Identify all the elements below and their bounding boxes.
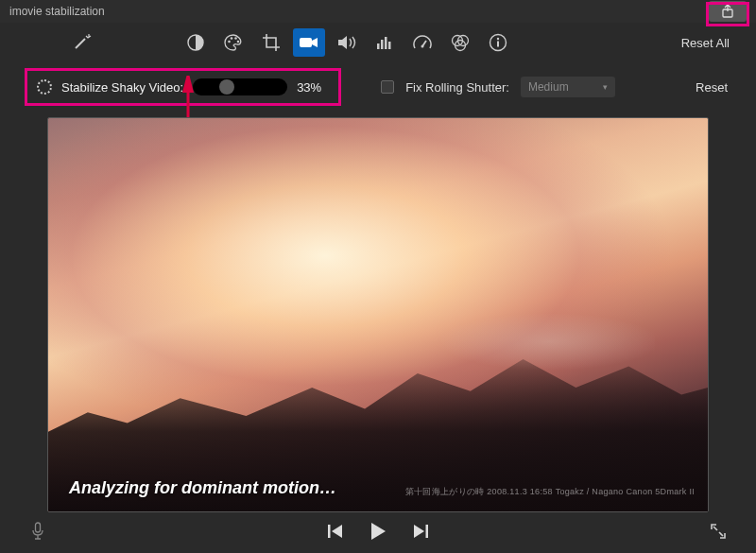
svg-rect-9	[385, 37, 387, 49]
svg-rect-6	[300, 38, 312, 47]
speed-button[interactable]	[406, 28, 438, 57]
half-circle-icon	[186, 33, 205, 52]
preview-watermark: 第十回海上がりの時 2008.11.3 16:58 Togakz / Nagan…	[405, 486, 695, 498]
microphone-icon	[30, 522, 45, 541]
svg-point-16	[497, 38, 499, 40]
video-preview[interactable]: Analyzing for dominant motion… 第十回海上がりの時…	[47, 117, 709, 512]
stabilize-slider[interactable]	[193, 78, 287, 95]
skip-back-icon	[327, 524, 344, 539]
svg-rect-19	[36, 523, 41, 532]
color-balance-button[interactable]	[180, 28, 212, 57]
fullscreen-button[interactable]	[707, 520, 730, 543]
play-button[interactable]	[369, 521, 387, 542]
crop-icon	[262, 33, 281, 52]
stabilization-controls: Stabilize Shaky Video: 33% Fix Rolling S…	[0, 62, 756, 112]
equalizer-icon	[375, 34, 394, 51]
info-button[interactable]	[482, 28, 514, 57]
annotation-stabilize-highlight: Stabilize Shaky Video: 33%	[25, 68, 341, 106]
crop-button[interactable]	[255, 28, 287, 57]
color-correction-button[interactable]	[217, 28, 249, 57]
svg-point-11	[421, 45, 424, 48]
magic-wand-icon	[72, 33, 93, 52]
svg-rect-17	[497, 42, 499, 47]
dropdown-selected: Medium	[528, 80, 569, 94]
next-button[interactable]	[412, 524, 429, 539]
spinner-icon	[37, 79, 52, 95]
share-button[interactable]	[709, 1, 747, 22]
svg-point-2	[228, 41, 231, 43]
magic-wand-button[interactable]	[66, 28, 98, 57]
prev-button[interactable]	[327, 524, 344, 539]
share-icon	[720, 4, 735, 19]
svg-rect-10	[388, 42, 391, 49]
rolling-shutter-dropdown[interactable]: Medium ▾	[521, 77, 615, 97]
svg-rect-7	[377, 43, 380, 49]
reset-button[interactable]: Reset	[696, 80, 731, 95]
venn-icon	[450, 33, 471, 52]
info-icon	[489, 33, 507, 52]
rolling-shutter-checkbox[interactable]	[381, 80, 394, 94]
play-icon	[369, 521, 387, 542]
voiceover-button[interactable]	[26, 520, 49, 543]
expand-icon	[710, 523, 727, 540]
reset-all-button[interactable]: Reset All	[681, 36, 737, 50]
speaker-icon	[336, 34, 357, 51]
transport-controls	[49, 521, 707, 542]
stabilize-label: Stabilize Shaky Video:	[61, 80, 183, 95]
svg-rect-20	[328, 525, 331, 538]
slider-thumb[interactable]	[219, 79, 234, 95]
speedometer-icon	[412, 34, 433, 51]
svg-point-3	[231, 37, 233, 40]
window-title: imovie stabilization	[9, 5, 709, 18]
svg-point-4	[234, 37, 237, 40]
palette-icon	[223, 33, 244, 52]
svg-point-5	[237, 41, 240, 43]
svg-rect-21	[426, 525, 429, 538]
noise-eq-button[interactable]	[369, 28, 401, 57]
stabilize-value: 33%	[297, 80, 329, 95]
stabilization-button[interactable]	[293, 28, 325, 57]
titlebar: imovie stabilization	[0, 0, 756, 23]
analysis-status: Analyzing for dominant motion…	[69, 478, 336, 498]
video-camera-icon	[299, 35, 319, 50]
svg-rect-8	[381, 40, 384, 49]
chevron-down-icon: ▾	[603, 82, 608, 92]
adjust-toolbar: Reset All	[0, 23, 756, 62]
volume-button[interactable]	[331, 28, 363, 57]
filters-button[interactable]	[444, 28, 476, 57]
skip-forward-icon	[412, 524, 429, 539]
rolling-shutter-label: Fix Rolling Shutter:	[405, 80, 509, 95]
playback-bar	[0, 514, 756, 548]
